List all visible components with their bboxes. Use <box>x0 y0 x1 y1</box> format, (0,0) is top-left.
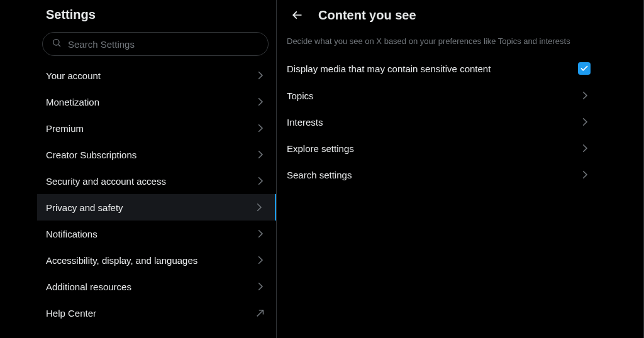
settings-title: Settings <box>37 0 276 30</box>
chevron-right-icon <box>255 281 266 292</box>
sidebar-item-privacy-and-safety[interactable]: Privacy and safety <box>37 194 276 221</box>
content-panel: Content you see Decide what you see on X… <box>277 0 644 338</box>
sensitive-content-checkbox[interactable] <box>578 62 591 75</box>
sidebar-item-creator-subscriptions[interactable]: Creator Subscriptions <box>37 141 276 168</box>
chevron-right-icon <box>255 149 266 160</box>
content-row-explore-settings[interactable]: Explore settings <box>277 135 601 161</box>
chevron-right-icon <box>579 169 591 180</box>
sidebar-item-label: Security and account access <box>46 176 166 187</box>
sidebar-item-label: Notifications <box>46 229 97 239</box>
back-button[interactable] <box>287 5 307 25</box>
sidebar-item-label: Accessibility, display, and languages <box>46 255 197 266</box>
sidebar-item-additional-resources[interactable]: Additional resources <box>37 273 276 300</box>
sidebar-item-label: Additional resources <box>46 281 131 292</box>
sidebar-item-notifications[interactable]: Notifications <box>37 221 276 247</box>
chevron-right-icon <box>255 254 266 266</box>
chevron-right-icon <box>579 143 591 154</box>
sidebar-item-monetization[interactable]: Monetization <box>37 89 276 115</box>
content-row-label: Search settings <box>287 170 352 180</box>
sidebar-item-security-and-account-access[interactable]: Security and account access <box>37 168 276 194</box>
search-icon <box>52 38 62 50</box>
external-link-icon <box>255 307 266 319</box>
content-row-topics[interactable]: Topics <box>277 82 601 109</box>
chevron-right-icon <box>255 228 266 239</box>
chevron-right-icon <box>255 70 266 81</box>
content-row-interests[interactable]: Interests <box>277 109 601 135</box>
check-icon <box>580 64 589 73</box>
chevron-right-icon <box>255 123 266 134</box>
chevron-right-icon <box>255 175 266 187</box>
sidebar-item-your-account[interactable]: Your account <box>37 62 276 89</box>
content-row-label: Explore settings <box>287 143 354 154</box>
sidebar-item-label: Premium <box>46 123 84 134</box>
svg-point-0 <box>53 40 59 45</box>
sidebar-item-label: Privacy and safety <box>46 202 123 213</box>
content-row-label: Interests <box>287 117 323 128</box>
sidebar-item-premium[interactable]: Premium <box>37 115 276 141</box>
arrow-left-icon <box>291 9 303 21</box>
sidebar-item-accessibility-display-and-languages[interactable]: Accessibility, display, and languages <box>37 247 276 273</box>
search-input[interactable] <box>68 39 259 50</box>
content-rows: Display media that may contain sensitive… <box>277 55 601 188</box>
content-row-label: Display media that may contain sensitive… <box>287 63 491 74</box>
search-container[interactable] <box>42 32 269 56</box>
sidebar-item-help-center[interactable]: Help Center <box>37 300 276 326</box>
sidebar-item-label: Help Center <box>46 308 96 319</box>
chevron-right-icon <box>579 90 591 101</box>
svg-line-1 <box>58 45 60 46</box>
chevron-right-icon <box>253 202 265 213</box>
chevron-right-icon <box>579 116 591 128</box>
content-row-label: Topics <box>287 90 314 101</box>
chevron-right-icon <box>255 96 266 107</box>
sidebar-item-label: Monetization <box>46 97 99 107</box>
sidebar-item-label: Creator Subscriptions <box>46 150 136 160</box>
content-row-display-media-that-may-contain-sensitive-content[interactable]: Display media that may contain sensitive… <box>277 55 601 82</box>
settings-sidebar: Settings Your accountMonetizationPremium… <box>0 0 277 338</box>
content-title: Content you see <box>318 8 416 23</box>
content-description: Decide what you see on X based on your p… <box>277 30 601 55</box>
content-row-search-settings[interactable]: Search settings <box>277 161 601 188</box>
settings-nav: Your accountMonetizationPremiumCreator S… <box>37 62 276 326</box>
sidebar-item-label: Your account <box>46 70 101 81</box>
